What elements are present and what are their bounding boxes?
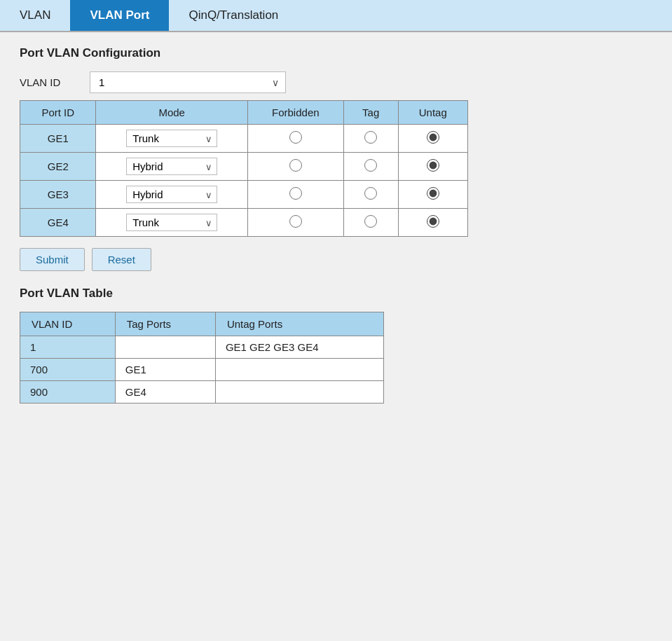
pvlan-tag-ports-cell: GE1	[115, 359, 215, 381]
pvlan-col-vlan-id: VLAN ID	[20, 312, 116, 336]
forbidden-cell	[247, 153, 343, 181]
tag-radio[interactable]	[364, 159, 377, 172]
mode-cell: AccessTrunkHybrid	[96, 125, 247, 153]
pvlan-untag-ports-cell	[215, 359, 383, 381]
tag-radio[interactable]	[364, 215, 377, 228]
submit-button[interactable]: Submit	[20, 248, 85, 271]
vlan-id-row: VLAN ID 1 700 900	[20, 71, 652, 93]
untag-cell	[398, 209, 467, 237]
port-id-cell: GE1	[20, 125, 96, 153]
col-header-untag: Untag	[398, 101, 467, 125]
port-id-cell: GE3	[20, 181, 96, 209]
port-id-cell: GE4	[20, 209, 96, 237]
untag-radio[interactable]	[427, 187, 439, 200]
page-wrapper: VLAN VLAN Port QinQ/Translation Port VLA…	[0, 0, 672, 641]
config-table-row: GE4AccessTrunkHybrid	[20, 209, 468, 237]
button-row: Submit Reset	[20, 248, 652, 271]
tab-qinq[interactable]: QinQ/Translation	[169, 0, 298, 31]
section1-title: Port VLAN Configuration	[20, 46, 652, 60]
col-header-port-id: Port ID	[20, 101, 96, 125]
mode-cell: AccessTrunkHybrid	[96, 153, 247, 181]
forbidden-radio[interactable]	[289, 187, 302, 200]
pvlan-vlan-id-cell: 1	[20, 336, 116, 359]
tab-vlan-port[interactable]: VLAN Port	[70, 0, 169, 31]
forbidden-radio[interactable]	[289, 131, 302, 144]
tag-radio[interactable]	[364, 187, 377, 200]
col-header-forbidden: Forbidden	[247, 101, 343, 125]
mode-cell: AccessTrunkHybrid	[96, 181, 247, 209]
pvlan-untag-ports-cell	[215, 381, 383, 404]
untag-radio[interactable]	[427, 215, 439, 228]
forbidden-cell	[247, 125, 343, 153]
forbidden-cell	[247, 181, 343, 209]
untag-cell	[398, 125, 467, 153]
pvlan-untag-ports-cell: GE1 GE2 GE3 GE4	[215, 336, 383, 359]
untag-cell	[398, 181, 467, 209]
config-table-row: GE3AccessTrunkHybrid	[20, 181, 468, 209]
vlan-id-label: VLAN ID	[20, 76, 76, 88]
config-table: Port ID Mode Forbidden Tag Untag GE1Acce…	[20, 100, 468, 237]
tab-bar: VLAN VLAN Port QinQ/Translation	[0, 0, 672, 32]
pvlan-table-row: 900GE4	[20, 381, 384, 404]
pvlan-vlan-id-cell: 900	[20, 381, 116, 404]
pvlan-vlan-id-cell: 700	[20, 359, 116, 381]
vlan-id-select[interactable]: 1 700 900	[90, 71, 286, 93]
pvlan-table: VLAN ID Tag Ports Untag Ports 1GE1 GE2 G…	[20, 312, 384, 404]
col-header-mode: Mode	[96, 101, 247, 125]
tag-cell	[343, 181, 398, 209]
pvlan-col-tag-ports: Tag Ports	[115, 312, 215, 336]
config-table-row: GE1AccessTrunkHybrid	[20, 125, 468, 153]
section2-title: Port VLAN Table	[20, 287, 652, 301]
mode-select[interactable]: AccessTrunkHybrid	[126, 214, 217, 231]
mode-cell: AccessTrunkHybrid	[96, 209, 247, 237]
config-table-row: GE2AccessTrunkHybrid	[20, 153, 468, 181]
pvlan-col-untag-ports: Untag Ports	[215, 312, 383, 336]
tab-vlan[interactable]: VLAN	[0, 0, 70, 31]
untag-cell	[398, 153, 467, 181]
untag-radio[interactable]	[427, 131, 439, 144]
tag-radio[interactable]	[364, 131, 377, 144]
tag-cell	[343, 153, 398, 181]
forbidden-radio[interactable]	[289, 215, 302, 228]
pvlan-table-row: 700GE1	[20, 359, 384, 381]
forbidden-cell	[247, 209, 343, 237]
reset-button[interactable]: Reset	[92, 248, 151, 271]
mode-select[interactable]: AccessTrunkHybrid	[126, 158, 217, 175]
pvlan-tag-ports-cell: GE4	[115, 381, 215, 404]
pvlan-tag-ports-cell	[115, 336, 215, 359]
mode-select[interactable]: AccessTrunkHybrid	[126, 130, 217, 147]
mode-select[interactable]: AccessTrunkHybrid	[126, 186, 217, 203]
port-id-cell: GE2	[20, 153, 96, 181]
forbidden-radio[interactable]	[289, 159, 302, 172]
tag-cell	[343, 209, 398, 237]
col-header-tag: Tag	[343, 101, 398, 125]
tag-cell	[343, 125, 398, 153]
pvlan-table-row: 1GE1 GE2 GE3 GE4	[20, 336, 384, 359]
content-area: Port VLAN Configuration VLAN ID 1 700 90…	[0, 32, 672, 418]
vlan-id-select-wrapper: 1 700 900	[90, 71, 286, 93]
untag-radio[interactable]	[427, 159, 439, 172]
